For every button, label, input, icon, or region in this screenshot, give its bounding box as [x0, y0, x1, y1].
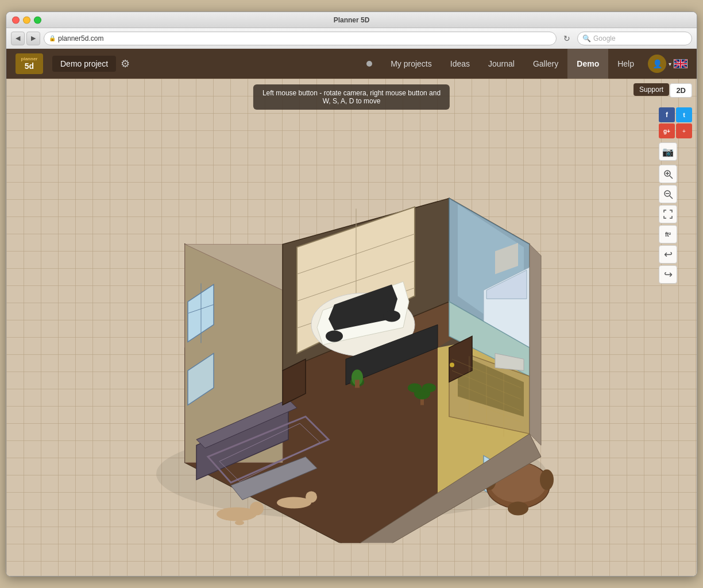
svg-rect-49 — [355, 380, 360, 388]
main-viewport[interactable]: Left mouse button - rotate camera, right… — [6, 79, 697, 577]
project-name[interactable]: Demo project — [52, 56, 116, 72]
maximize-btn[interactable] — [34, 16, 41, 24]
svg-point-58 — [306, 491, 317, 502]
twitter-button[interactable]: t — [676, 107, 692, 122]
ruler-button[interactable]: ft² — [659, 225, 677, 243]
search-bar[interactable]: 🔍 Google — [577, 32, 692, 45]
nav-buttons: ◀ ▶ — [11, 32, 40, 45]
browser-window: Planner 5D ◀ ▶ 🔒 planner5d.com ↻ 🔍 Googl… — [6, 11, 697, 577]
nav-my-projects[interactable]: My projects — [381, 49, 441, 79]
social-row-1: f t — [659, 107, 692, 122]
right-sidebar: f t g+ + 📷 — [659, 107, 692, 284]
fullscreen-button[interactable] — [659, 205, 677, 223]
redo-button[interactable]: ↪ — [659, 265, 677, 284]
lock-icon: 🔒 — [49, 35, 56, 41]
svg-point-60 — [450, 362, 454, 367]
nav-bar: planner 5d Demo project ⚙ My projects Id… — [6, 49, 697, 79]
browser-toolbar: ◀ ▶ 🔒 planner5d.com ↻ 🔍 Google — [6, 28, 697, 49]
floor-plan-3d[interactable] — [128, 129, 575, 543]
nav-links: My projects Ideas Journal Gallery Demo H… — [381, 49, 643, 79]
svg-point-26 — [383, 310, 400, 322]
svg-point-52 — [422, 383, 436, 392]
svg-point-53 — [408, 383, 422, 392]
nav-separator-dot — [366, 61, 372, 67]
social-row-2: g+ + — [659, 123, 692, 138]
social-icons: f t g+ + — [659, 107, 692, 138]
svg-point-40 — [508, 501, 528, 515]
svg-line-6 — [670, 196, 673, 199]
address-bar[interactable]: 🔒 planner5d.com — [44, 32, 557, 45]
svg-point-55 — [250, 501, 264, 515]
nav-gallery[interactable]: Gallery — [524, 49, 567, 79]
logo-area: planner 5d — [16, 53, 43, 74]
language-flag[interactable] — [674, 59, 687, 68]
zoom-out-button[interactable] — [659, 185, 677, 203]
close-btn[interactable] — [12, 16, 20, 24]
minimize-btn[interactable] — [23, 16, 30, 24]
nav-demo[interactable]: Demo — [567, 49, 608, 79]
svg-point-25 — [326, 330, 343, 342]
support-button[interactable]: Support — [634, 83, 669, 96]
gplus-button[interactable]: g+ — [659, 123, 675, 138]
svg-point-56 — [235, 520, 244, 525]
search-icon: 🔍 — [582, 34, 591, 42]
browser-title: Planner 5D — [334, 16, 370, 24]
browser-controls — [12, 16, 41, 24]
dropdown-arrow[interactable]: ▾ — [669, 61, 671, 67]
camera-button[interactable]: 📷 — [659, 142, 677, 161]
floor-plan-svg — [128, 129, 575, 543]
logo-box: planner 5d — [16, 53, 43, 74]
refresh-button[interactable]: ↻ — [560, 32, 574, 45]
logo-text2: 5d — [25, 62, 34, 71]
url-text: planner5d.com — [58, 34, 103, 42]
browser-titlebar: Planner 5D — [6, 12, 697, 28]
svg-line-2 — [670, 176, 673, 179]
nav-ideas[interactable]: Ideas — [441, 49, 479, 79]
svg-point-42 — [540, 469, 554, 490]
search-placeholder: Google — [593, 34, 616, 42]
back-button[interactable]: ◀ — [11, 32, 25, 45]
zoom-in-button[interactable] — [659, 165, 677, 183]
nav-journal[interactable]: Journal — [479, 49, 524, 79]
avatar[interactable]: 👤 — [648, 55, 666, 73]
settings-button[interactable]: ⚙ — [121, 57, 130, 70]
forward-button[interactable]: ▶ — [26, 32, 40, 45]
svg-marker-64 — [530, 244, 541, 445]
facebook-button[interactable]: f — [659, 107, 675, 122]
nav-help[interactable]: Help — [608, 49, 643, 79]
app-container: planner 5d Demo project ⚙ My projects Id… — [6, 49, 697, 577]
view-2d-button[interactable]: 2D — [670, 83, 692, 98]
undo-button[interactable]: ↩ — [659, 245, 677, 264]
gplus2-button[interactable]: + — [676, 123, 692, 138]
nav-right: 👤 ▾ — [648, 55, 687, 73]
